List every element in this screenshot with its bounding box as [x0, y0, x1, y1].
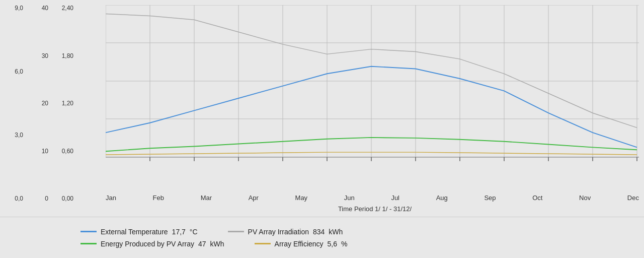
x-label-may: May: [295, 194, 308, 202]
legend-unit-efficiency: %: [341, 240, 347, 248]
legend-line-energy: [80, 243, 97, 244]
x-label-feb: Feb: [153, 194, 164, 202]
x-axis-title: Time Period 1/ 1/ - 31/12/: [106, 205, 644, 213]
legend-line-temperature: [80, 231, 97, 232]
x-label-aug: Aug: [436, 194, 448, 202]
legend-item-energy: Energy Produced by PV Array 47 kWh: [80, 240, 224, 248]
legend-line-irradiation: [228, 231, 244, 232]
legend-item-irradiation: PV Array Irradiation 834 kWh: [228, 228, 343, 236]
x-label-dec: Dec: [627, 194, 639, 202]
legend-value-irradiation: 834: [313, 228, 325, 236]
legend-label-energy: Energy Produced by PV Array: [101, 240, 194, 248]
legend-item-efficiency: Array Efficiency 5,6 %: [255, 240, 348, 248]
y-axes: 0,0 3,0 6,0 9,0 0 10 20 30 40 0,00 0,60 …: [0, 0, 106, 217]
x-label-mar: Mar: [201, 194, 212, 202]
legend-line-efficiency: [255, 243, 271, 244]
x-label-jul: Jul: [391, 194, 399, 202]
legend-value-efficiency: 5,6: [328, 240, 337, 248]
x-label-jun: Jun: [344, 194, 355, 202]
legend-label-irradiation: PV Array Irradiation: [248, 228, 309, 236]
y-axis-energy: 0 10 20 30 40: [25, 0, 50, 217]
legend-value-energy: 47: [198, 240, 206, 248]
legend-row-2: Energy Produced by PV Array 47 kWh Array…: [80, 240, 348, 248]
x-label-jan: Jan: [106, 194, 116, 202]
legend-row-1: External Temperature 17,7 °C PV Array Ir…: [80, 228, 343, 236]
legend-unit-temperature: °C: [190, 228, 198, 236]
legend-label-temperature: External Temperature: [101, 228, 168, 236]
legend-label-efficiency: Array Efficiency: [275, 240, 324, 248]
x-label-oct: Oct: [532, 194, 542, 202]
chart-svg: [106, 5, 639, 191]
chart-area: Jan Feb Mar Apr May Jun Jul Aug Sep Oct …: [106, 0, 644, 217]
y-axis-temperature: 0,0 3,0 6,0 9,0: [0, 0, 25, 217]
legend-item-temperature: External Temperature 17,7 °C: [80, 228, 198, 236]
y-axis-irradiation: 0,00 0,60 1,20 1,80 2,40: [50, 0, 75, 217]
legend-unit-irradiation: kWh: [329, 228, 343, 236]
x-axis-labels: Jan Feb Mar Apr May Jun Jul Aug Sep Oct …: [106, 194, 639, 202]
legend-area: External Temperature 17,7 °C PV Array Ir…: [0, 217, 644, 258]
legend-value-temperature: 17,7: [172, 228, 186, 236]
x-label-nov: Nov: [579, 194, 591, 202]
x-label-apr: Apr: [249, 194, 259, 202]
x-label-sep: Sep: [484, 194, 496, 202]
chart-container: 0,0 3,0 6,0 9,0 0 10 20 30 40 0,00 0,60 …: [0, 0, 644, 217]
legend-unit-energy: kWh: [210, 240, 224, 248]
